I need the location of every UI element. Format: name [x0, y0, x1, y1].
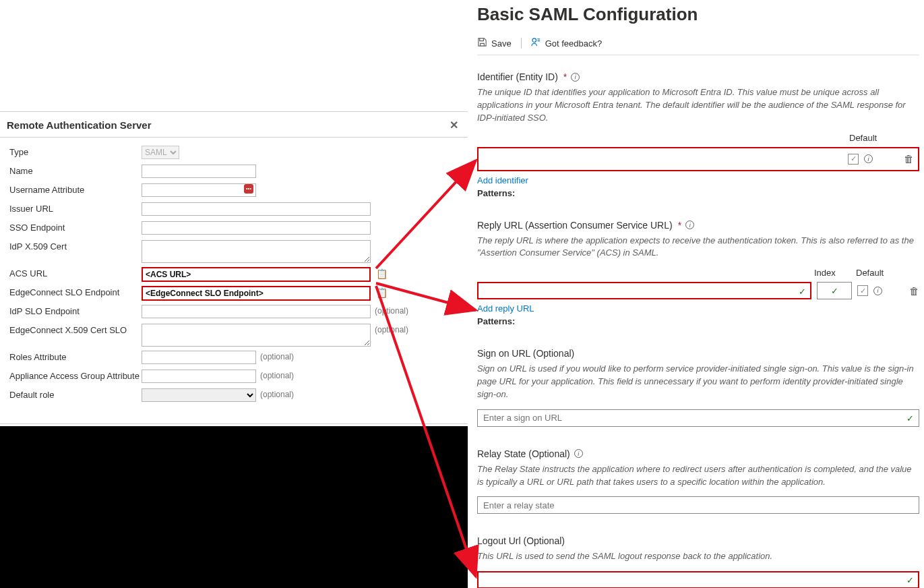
dialog-header: Remote Authentication Server ✕ [0, 112, 468, 138]
idp-cert-textarea[interactable] [142, 240, 371, 263]
ec-cert-slo-label: EdgeConnect X.509 Cert SLO [9, 324, 142, 335]
add-reply-url-link[interactable]: Add reply URL [477, 303, 919, 314]
check-icon: ✓ [799, 287, 806, 297]
idp-slo-label: IdP SLO Endpoint [9, 305, 142, 316]
optional-text: (optional) [260, 370, 294, 380]
info-icon[interactable]: i [873, 287, 882, 295]
username-attr-input[interactable] [142, 183, 256, 197]
saml-config-panel: Basic SAML Configuration Save Got feedba… [477, 0, 922, 588]
index-col-header: Index [814, 268, 841, 278]
index-input[interactable]: ✓ [817, 282, 852, 299]
required-badge-icon: ••• [244, 184, 253, 194]
appliance-access-label: Appliance Access Group Attribute [9, 370, 142, 381]
issuer-url-label: Issuer URL [9, 202, 142, 214]
logout-label: Logout Url (Optional) [477, 535, 919, 546]
signon-url-input[interactable] [477, 409, 919, 427]
idp-slo-input[interactable] [142, 305, 371, 318]
copy-ec-slo-icon[interactable]: 📋 [376, 286, 388, 298]
optional-text: (optional) [375, 305, 408, 316]
save-icon [477, 37, 487, 49]
toolbar-divider [521, 38, 522, 49]
default-col-header: Default [856, 268, 887, 278]
remote-auth-dialog: Remote Authentication Server ✕ Type SAML… [0, 111, 468, 454]
dialog-title: Remote Authentication Server [7, 119, 152, 131]
sso-endpoint-label: SSO Endpoint [9, 221, 142, 233]
terminal-area [0, 426, 468, 588]
default-checkbox[interactable]: ✓ [857, 285, 868, 296]
add-identifier-link[interactable]: Add identifier [477, 175, 919, 185]
logout-input-wrapper: ✓ [477, 571, 919, 588]
patterns-label: Patterns: [477, 316, 919, 326]
default-checkbox[interactable]: ✓ [848, 154, 859, 165]
reply-url-entry-row: ✓ ✓ ✓ i 🗑 [477, 282, 919, 299]
default-col-header: Default [849, 133, 919, 143]
reply-url-label: Reply URL (Assertion Consumer Service UR… [477, 220, 919, 231]
toolbar-feedback-button[interactable]: Got feedback? [531, 37, 603, 49]
idp-cert-label: IdP X.509 Cert [9, 240, 142, 252]
required-star: * [678, 220, 681, 231]
toolbar: Save Got feedback? [477, 37, 919, 55]
signon-label: Sign on URL (Optional) [477, 348, 919, 359]
name-input[interactable] [142, 165, 256, 178]
identifier-section: Identifier (Entity ID)* i The unique ID … [477, 71, 919, 198]
appliance-access-input[interactable] [142, 370, 256, 383]
reply-url-input[interactable]: ✓ [477, 282, 811, 299]
signon-url-section: Sign on URL (Optional) Sign on URL is us… [477, 348, 919, 427]
identifier-entry-row: ✓ i 🗑 [477, 147, 919, 171]
info-icon[interactable]: i [574, 449, 583, 458]
optional-text: (optional) [260, 351, 294, 361]
signon-input-wrapper: ✓ [477, 409, 919, 427]
page-title: Basic SAML Configuration [477, 4, 919, 25]
relay-state-input[interactable] [477, 496, 919, 514]
check-icon: ✓ [906, 575, 914, 585]
roles-attr-input[interactable] [142, 351, 256, 364]
optional-text: (optional) [375, 324, 408, 334]
default-role-label: Default role [9, 388, 142, 400]
ec-cert-slo-textarea[interactable] [142, 324, 371, 347]
optional-text: (optional) [260, 388, 294, 399]
reply-url-desc: The reply URL is where the application e… [477, 235, 919, 260]
identifier-label: Identifier (Entity ID)* i [477, 71, 919, 82]
required-star: * [563, 71, 567, 82]
name-label: Name [9, 165, 142, 176]
info-icon[interactable]: i [571, 73, 580, 82]
username-attr-label: Username Attribute [9, 183, 142, 195]
delete-icon[interactable]: 🗑 [904, 153, 914, 165]
toolbar-save-button[interactable]: Save [477, 37, 512, 49]
logout-url-section: Logout Url (Optional) This URL is used t… [477, 535, 919, 588]
acs-url-input[interactable] [142, 267, 371, 282]
relay-label: Relay State (Optional) i [477, 448, 919, 459]
delete-icon[interactable]: 🗑 [909, 285, 919, 297]
roles-attr-label: Roles Attribute [9, 351, 142, 362]
issuer-url-input[interactable] [142, 202, 371, 216]
ec-slo-label: EdgeConnect SLO Endpoint [9, 286, 142, 297]
sso-endpoint-input[interactable] [142, 221, 371, 235]
type-select: SAML [142, 146, 179, 159]
feedback-icon [531, 37, 541, 49]
identifier-input[interactable] [483, 150, 842, 168]
info-icon[interactable]: i [685, 220, 694, 229]
logout-desc: This URL is used to send the SAML logout… [477, 550, 919, 563]
relay-desc: The Relay State instructs the applicatio… [477, 463, 919, 489]
check-icon: ✓ [906, 413, 914, 423]
dialog-body: Type SAML Name Username Attribute ••• Is… [0, 138, 468, 411]
default-role-select[interactable] [142, 388, 256, 402]
patterns-label: Patterns: [477, 188, 919, 198]
logout-url-input[interactable] [477, 571, 919, 588]
info-icon[interactable]: i [864, 154, 873, 163]
reply-url-section: Reply URL (Assertion Consumer Service UR… [477, 220, 919, 327]
identifier-desc: The unique ID that identifies your appli… [477, 86, 919, 125]
relay-state-section: Relay State (Optional) i The Relay State… [477, 448, 919, 514]
signon-desc: Sign on URL is used if you would like to… [477, 363, 919, 401]
ec-slo-input[interactable] [142, 286, 371, 301]
close-icon[interactable]: ✕ [450, 119, 458, 131]
type-label: Type [9, 146, 142, 157]
svg-point-0 [532, 38, 536, 42]
acs-url-label: ACS URL [9, 267, 142, 278]
copy-acs-icon[interactable]: 📋 [376, 267, 388, 279]
